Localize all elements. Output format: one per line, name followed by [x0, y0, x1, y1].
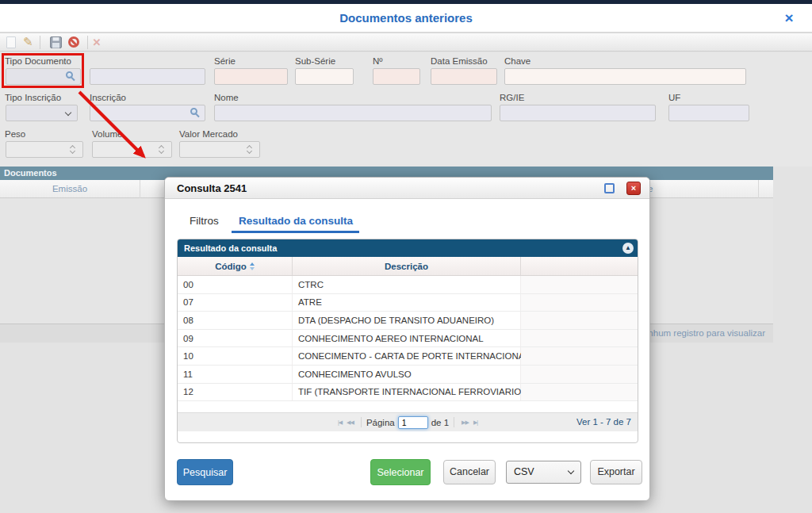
- selecionar-button[interactable]: Selecionar: [370, 459, 431, 485]
- stepper-arrows-icon[interactable]: [69, 142, 79, 157]
- table-row[interactable]: 07 ATRE: [178, 294, 638, 312]
- collapse-icon[interactable]: ▲: [622, 243, 634, 254]
- sub-serie-label: Sub-Série: [295, 56, 335, 66]
- pesquisar-button[interactable]: Pesquisar: [177, 459, 233, 485]
- peso-stepper[interactable]: [6, 141, 83, 158]
- toolbar-divider: [87, 36, 88, 49]
- column-header-emissao[interactable]: Emissão: [0, 180, 140, 198]
- empty-message: Nenhum registro para visualizar: [637, 324, 765, 343]
- chave-input[interactable]: [504, 68, 746, 85]
- record-count-summary: Ver 1 - 7 de 7: [576, 413, 631, 431]
- table-row[interactable]: 00 CTRC: [178, 276, 638, 294]
- toolbar: ✎ ✕: [0, 33, 812, 52]
- page-of-label: de 1: [431, 418, 449, 427]
- tab-resultado-da-consulta[interactable]: Resultado da consulta: [239, 215, 353, 227]
- table-row[interactable]: 11 CONHECIMENTO AVULSO: [178, 366, 638, 384]
- edit-icon[interactable]: ✎: [23, 35, 33, 49]
- window-title-bar: Documentos anteriores ×: [0, 4, 812, 33]
- volume-stepper[interactable]: [92, 141, 172, 158]
- tipo-inscricao-label: Tipo Inscrição: [5, 93, 61, 102]
- stepper-arrows-icon[interactable]: [158, 142, 167, 157]
- export-format-select[interactable]: CSV: [506, 461, 581, 484]
- uf-input[interactable]: [668, 105, 749, 121]
- pager-prev-icon[interactable]: ◀◀: [347, 419, 354, 426]
- nome-label: Nome: [214, 93, 239, 102]
- rg-ie-label: RG/IE: [500, 93, 524, 102]
- valor-mercado-label: Valor Mercado: [179, 129, 238, 139]
- column-header-empty: [521, 257, 638, 275]
- tipo-inscricao-select[interactable]: [6, 105, 78, 121]
- panel-header: Resultado da consulta ▲: [178, 239, 638, 257]
- chevron-down-icon: [568, 468, 574, 474]
- uf-label: UF: [668, 93, 680, 102]
- numero-input[interactable]: [373, 68, 420, 85]
- column-header-codigo[interactable]: Código: [178, 257, 293, 275]
- active-tab-underline: [232, 231, 359, 233]
- maximize-icon[interactable]: [604, 183, 615, 193]
- toolbar-divider: [40, 36, 40, 49]
- result-table-header: Código Descrição: [178, 257, 638, 276]
- table-empty-space: [178, 401, 638, 412]
- column-header-descricao[interactable]: Descrição: [293, 257, 521, 275]
- search-icon[interactable]: [190, 108, 197, 115]
- stepper-arrows-icon[interactable]: [246, 142, 255, 157]
- close-icon[interactable]: ×: [780, 9, 798, 28]
- pager-next-icon[interactable]: ▶▶: [462, 419, 469, 426]
- documentos-anteriores-window: Documentos anteriores × ✎ ✕ Tipo Documen…: [0, 0, 812, 513]
- inscricao-label: Inscrição: [90, 93, 126, 102]
- save-icon[interactable]: [50, 36, 62, 48]
- inscricao-input[interactable]: [90, 105, 205, 121]
- cancelar-button[interactable]: Cancelar: [443, 460, 496, 484]
- serie-input[interactable]: [214, 68, 288, 85]
- export-format-value: CSV: [514, 461, 534, 483]
- volume-label: Volume: [92, 129, 122, 139]
- page-input[interactable]: [398, 416, 428, 429]
- data-emissao-label: Data Emissão: [431, 56, 488, 66]
- panel-title: Resultado da consulta: [178, 239, 638, 257]
- serie-label: Série: [214, 56, 236, 66]
- delete-icon[interactable]: ✕: [93, 36, 102, 48]
- page-label: Página: [366, 418, 395, 427]
- pager-first-icon[interactable]: |◀: [338, 419, 342, 426]
- sort-icon: [250, 262, 255, 270]
- table-row[interactable]: 09 CONHECIMENTO AEREO INTERNACIONAL: [178, 330, 638, 348]
- chevron-down-icon: [65, 109, 71, 116]
- table-row[interactable]: 12 TIF (TRANSPORTE INTERNACIONAL FERROVI…: [178, 384, 638, 402]
- consulta-modal: Consulta 2541 × Filtros Resultado da con…: [164, 177, 650, 501]
- pager-last-icon[interactable]: ▶|: [473, 419, 477, 426]
- modal-title-bar: Consulta 2541 ×: [165, 178, 649, 199]
- resultado-panel: Resultado da consulta ▲ Código Descrição…: [177, 239, 638, 443]
- numero-label: Nº: [373, 56, 383, 66]
- table-row[interactable]: 08 DTA (DESPACHO DE TRANSITO ADUANEIRO): [178, 312, 638, 330]
- chave-label: Chave: [504, 56, 530, 66]
- tipo-documento-descricao-input[interactable]: [90, 68, 205, 85]
- valor-mercado-stepper[interactable]: [179, 141, 260, 158]
- annotation-highlight-box: [2, 53, 84, 88]
- nome-input[interactable]: [214, 105, 492, 121]
- modal-close-icon[interactable]: ×: [626, 182, 641, 195]
- peso-label: Peso: [5, 129, 25, 139]
- tab-filtros[interactable]: Filtros: [190, 215, 219, 227]
- data-emissao-input[interactable]: [431, 68, 497, 85]
- rg-ie-input[interactable]: [500, 105, 656, 121]
- modal-title: Consulta 2541: [177, 178, 247, 199]
- pagination-bar: |◀ ◀◀ Página de 1 ▶▶ ▶| Ver 1 - 7 de 7: [178, 412, 638, 431]
- sub-serie-input[interactable]: [295, 68, 354, 85]
- table-row[interactable]: 10 CONECIMENTO - CARTA DE PORTE INTERNAC…: [178, 347, 638, 366]
- new-document-icon[interactable]: [6, 36, 16, 48]
- documento-form: Tipo Documento Série Sub-Série Nº Data E…: [0, 52, 812, 167]
- block-icon[interactable]: [68, 36, 79, 48]
- page-title: Documentos anteriores: [0, 4, 812, 33]
- exportar-button[interactable]: Exportar: [590, 460, 642, 484]
